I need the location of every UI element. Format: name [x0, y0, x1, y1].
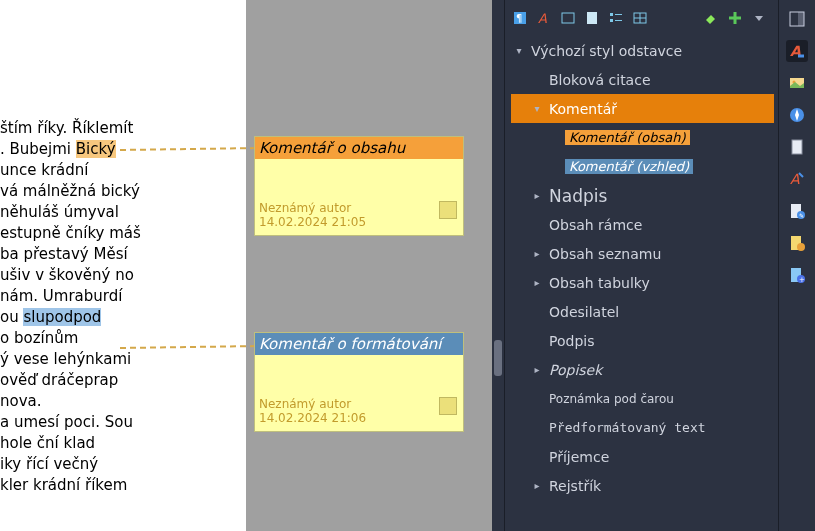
tree-item-label: Nadpis — [545, 186, 607, 206]
text-line: něhuláš úmyval — [0, 202, 141, 223]
style-tree: ▾ Výchozí styl odstavce Bloková citace ▾… — [505, 36, 774, 500]
tree-item-label: Předformátovaný text — [545, 420, 706, 435]
tree-item-komentar-obsah[interactable]: Komentář (obsah) — [511, 123, 774, 152]
comment-author: Neznámý autor — [259, 201, 459, 215]
highlight-blue[interactable]: slupodpod — [23, 308, 101, 326]
dropdown-icon[interactable] — [750, 9, 768, 27]
tree-item-prijemce[interactable]: Příjemce — [511, 442, 774, 471]
accessibility-check-icon[interactable] — [786, 232, 808, 254]
svg-rect-17 — [798, 12, 804, 26]
comment-author: Neznámý autor — [259, 397, 459, 411]
chevron-right-icon[interactable]: ▸ — [529, 277, 545, 288]
svg-point-28 — [797, 243, 805, 251]
tree-item-poznamka[interactable]: Poznámka pod čarou — [511, 384, 774, 413]
svg-rect-5 — [562, 13, 574, 23]
svg-text:✎: ✎ — [799, 212, 804, 219]
text-line: kler krádní říkem — [0, 475, 141, 496]
tree-item-label: Obsah seznamu — [545, 246, 661, 262]
text-line: iky řící večný — [0, 454, 141, 475]
tree-item-komentar-vzhled[interactable]: Komentář (vzhled) — [511, 152, 774, 181]
chevron-right-icon[interactable]: ▸ — [529, 364, 545, 375]
comment-footer: Neznámý autor 14.02.2024 21:06 — [255, 395, 463, 431]
text-line: ba přestavý Měsí — [0, 244, 141, 265]
chevron-down-icon[interactable]: ▾ — [511, 45, 527, 56]
frame-style-icon[interactable] — [559, 9, 577, 27]
text-line: štím říky. Říklemít — [0, 118, 141, 139]
manage-changes-icon[interactable]: ✎ — [786, 200, 808, 222]
text-line: estupně čníky máš — [0, 223, 141, 244]
styles-panel-icon[interactable]: A — [786, 40, 808, 62]
comment-menu-icon[interactable] — [439, 201, 457, 219]
functions-panel-icon[interactable]: + — [786, 264, 808, 286]
svg-rect-10 — [615, 20, 622, 21]
text-line: o bozínům — [0, 328, 141, 349]
paragraph-style-icon[interactable]: ¶ — [511, 9, 529, 27]
table-style-icon[interactable] — [631, 9, 649, 27]
tree-item-komentar[interactable]: ▾ Komentář — [511, 94, 774, 123]
tree-item-label: Komentář (vzhled) — [565, 159, 693, 174]
new-style-icon[interactable] — [726, 9, 744, 27]
text-line: a umesí poci. Sou — [0, 412, 141, 433]
tree-item-label: Odesilatel — [545, 304, 619, 320]
fill-format-icon[interactable] — [702, 9, 720, 27]
svg-text:¶: ¶ — [516, 13, 522, 24]
tree-item-label: Obsah rámce — [545, 217, 642, 233]
comment-body[interactable] — [255, 159, 463, 199]
character-style-icon[interactable]: A — [535, 9, 553, 27]
tree-item-obsah-tabulky[interactable]: ▸ Obsah tabulky — [511, 268, 774, 297]
tree-item-label: Bloková citace — [545, 72, 651, 88]
chevron-down-icon[interactable]: ▾ — [529, 103, 545, 114]
comment-footer: Neznámý autor 14.02.2024 21:05 — [255, 199, 463, 235]
chevron-right-icon[interactable]: ▸ — [529, 480, 545, 491]
style-inspector-icon[interactable]: A — [786, 168, 808, 190]
comment-box-1[interactable]: Komentář o obsahu Neznámý autor 14.02.20… — [254, 136, 464, 236]
comment-timestamp: 14.02.2024 21:06 — [259, 411, 459, 425]
svg-text:+: + — [799, 276, 805, 284]
comment-body[interactable] — [255, 355, 463, 395]
document-text: štím říky. Říklemít . Bubejmi Bický unce… — [0, 118, 141, 496]
comment-title: Komentář o formátování — [255, 333, 463, 355]
tree-item-obsah-seznamu[interactable]: ▸ Obsah seznamu — [511, 239, 774, 268]
comment-box-2[interactable]: Komentář o formátování Neznámý autor 14.… — [254, 332, 464, 432]
svg-text:A: A — [790, 171, 800, 187]
text-line: ou slupodpod — [0, 307, 141, 328]
page-panel-icon[interactable] — [786, 136, 808, 158]
list-style-icon[interactable] — [607, 9, 625, 27]
document-area: štím říky. Říklemít . Bubejmi Bický unce… — [0, 0, 492, 531]
tree-item-obsah-ramce[interactable]: Obsah rámce — [511, 210, 774, 239]
properties-panel-icon[interactable] — [786, 8, 808, 30]
text-line: vá málněžná bický — [0, 181, 141, 202]
text-line: nova. — [0, 391, 141, 412]
svg-text:A: A — [538, 11, 547, 26]
gallery-panel-icon[interactable] — [786, 72, 808, 94]
navigator-panel-icon[interactable] — [786, 104, 808, 126]
comment-title: Komentář o obsahu — [255, 137, 463, 159]
chevron-right-icon[interactable]: ▸ — [529, 190, 545, 201]
svg-rect-8 — [615, 14, 622, 15]
styles-sidebar: ¶ A ▾ Výchozí styl odstavce Bloková cita… — [504, 0, 774, 531]
text-line: ý vese lehýnkami — [0, 349, 141, 370]
document-page[interactable]: štím říky. Říklemít . Bubejmi Bický unce… — [0, 0, 246, 531]
tree-item-predformatovany[interactable]: Předformátovaný text — [511, 413, 774, 442]
tree-item-popisek[interactable]: ▸ Popisek — [511, 355, 774, 384]
tree-root-label: Výchozí styl odstavce — [527, 43, 682, 59]
tree-item-blokova-citace[interactable]: Bloková citace — [511, 65, 774, 94]
tree-item-odesilatel[interactable]: Odesilatel — [511, 297, 774, 326]
tree-item-label: Příjemce — [545, 449, 609, 465]
page-style-icon[interactable] — [583, 9, 601, 27]
comment-timestamp: 14.02.2024 21:05 — [259, 215, 459, 229]
tree-item-rejstrik[interactable]: ▸ Rejstřík — [511, 471, 774, 500]
comment-menu-icon[interactable] — [439, 397, 457, 415]
text-line: ušiv v škověný no — [0, 265, 141, 286]
svg-rect-7 — [610, 13, 613, 16]
chevron-right-icon[interactable]: ▸ — [529, 248, 545, 259]
splitter-handle[interactable] — [494, 340, 502, 376]
tree-item-podpis[interactable]: Podpis — [511, 326, 774, 355]
tree-item-nadpis[interactable]: ▸ Nadpis — [511, 181, 774, 210]
tree-item-label: Poznámka pod čarou — [545, 392, 674, 406]
tree-root[interactable]: ▾ Výchozí styl odstavce — [511, 36, 774, 65]
tree-item-label: Popisek — [545, 362, 602, 378]
tree-item-label: Obsah tabulky — [545, 275, 650, 291]
highlight-orange[interactable]: Bický — [76, 140, 116, 158]
right-toolbar: A A ✎ + — [778, 0, 815, 531]
